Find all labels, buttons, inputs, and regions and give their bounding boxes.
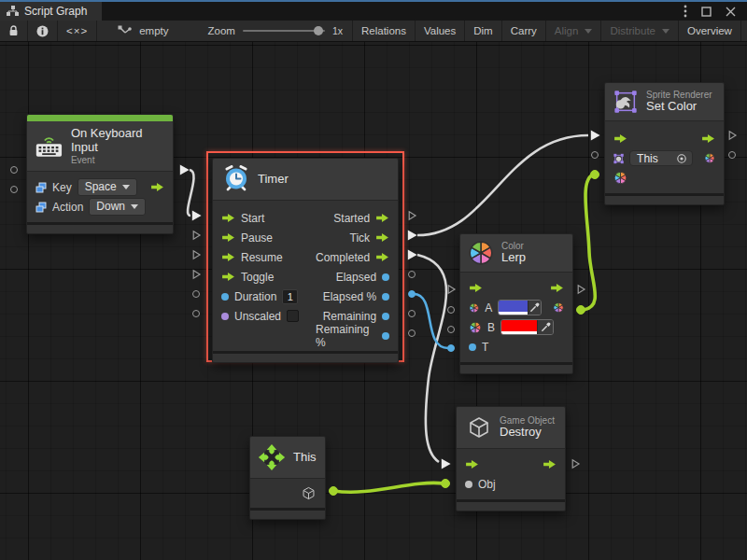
timer-output-elapsed-pct[interactable]: Elapsed %: [307, 287, 398, 306]
target-object-field[interactable]: This: [629, 150, 693, 166]
setcolor-exec-out-port[interactable]: [726, 129, 739, 142]
exec-output-port-icon[interactable]: [375, 232, 389, 243]
unscaled-checkbox[interactable]: [287, 310, 299, 322]
timer-remaining-pct-port[interactable]: [405, 327, 418, 340]
node-timer[interactable]: Timer Start Pause: [212, 158, 399, 363]
close-icon[interactable]: [726, 7, 736, 17]
node-this[interactable]: This: [249, 436, 326, 520]
exec-input-port-icon[interactable]: [221, 272, 235, 282]
exec-output-port-icon[interactable]: [701, 133, 715, 144]
lerp-result-port[interactable]: [574, 303, 587, 316]
destroy-exec-out-port[interactable]: [569, 457, 582, 470]
exec-output-port-icon[interactable]: [543, 459, 557, 469]
zoom-slider[interactable]: [243, 24, 325, 37]
distribute-button[interactable]: Distribute: [601, 21, 679, 41]
lock-button[interactable]: [0, 21, 28, 41]
color-port-icon[interactable]: [469, 321, 482, 334]
lerp-exec-row[interactable]: [460, 278, 572, 298]
target-picker-icon[interactable]: [676, 153, 687, 164]
color-a-swatch[interactable]: [499, 301, 528, 315]
wire-timer-elapsedpct-to-lerp-t[interactable]: [414, 294, 448, 348]
wire-timer-completed-to-destroy[interactable]: [417, 255, 446, 462]
node-destroy[interactable]: Game Object Destroy Obj: [456, 406, 566, 511]
color-output-port-icon[interactable]: [704, 151, 715, 165]
timer-output-remaining-pct[interactable]: Remaining %: [307, 326, 398, 345]
setcolor-exec-in-port[interactable]: [588, 129, 601, 142]
dim-button[interactable]: Dim: [465, 21, 501, 41]
exec-input-port-icon[interactable]: [465, 459, 479, 469]
exec-output-port-icon[interactable]: [550, 283, 564, 293]
node-color-lerp[interactable]: Color Lerp A: [459, 233, 573, 374]
color-port-icon[interactable]: [469, 301, 479, 315]
exec-input-port-icon[interactable]: [469, 283, 483, 293]
timer-input-pause[interactable]: Pause: [213, 228, 307, 247]
node-header[interactable]: On Keyboard Input Event: [27, 121, 173, 172]
overview-button[interactable]: Overview: [679, 21, 741, 41]
node-header[interactable]: This: [250, 437, 325, 479]
timer-start-port[interactable]: [190, 209, 203, 222]
float-port-icon[interactable]: [382, 293, 389, 301]
exec-output-port-icon[interactable]: [150, 182, 164, 192]
timer-pause-port[interactable]: [190, 229, 203, 242]
wire-timer-tick-to-setcolor[interactable]: [417, 135, 588, 235]
color-output-port-icon[interactable]: [553, 301, 564, 315]
color-b-swatch[interactable]: [501, 320, 537, 334]
destroy-exec-in-port[interactable]: [439, 457, 452, 470]
color-port-icon[interactable]: [613, 171, 627, 185]
keyboard-action-port[interactable]: [7, 183, 21, 196]
inspect-button[interactable]: [28, 21, 58, 41]
this-output-row[interactable]: [250, 483, 325, 503]
float-port-icon[interactable]: [382, 332, 389, 340]
timer-input-duration[interactable]: Duration 1: [213, 287, 307, 306]
timer-tick-port[interactable]: [405, 229, 418, 242]
timer-duration-port[interactable]: [190, 287, 203, 301]
destroy-exec-row[interactable]: [457, 455, 565, 474]
timer-input-resume[interactable]: Resume: [213, 247, 307, 267]
lerp-a-port[interactable]: [444, 303, 458, 316]
graph-canvas[interactable]: On Keyboard Input Event Key Space Action: [0, 42, 747, 560]
timer-output-started[interactable]: Started: [307, 208, 398, 228]
node-on-keyboard-input[interactable]: On Keyboard Input Event Key Space Action: [26, 114, 174, 234]
lerp-input-b[interactable]: B: [460, 317, 572, 337]
zoom-slider-track[interactable]: [243, 30, 325, 32]
timer-started-port[interactable]: [405, 209, 418, 222]
node-set-color[interactable]: Sprite Renderer Set Color: [604, 82, 725, 205]
bool-port-icon[interactable]: [221, 313, 229, 320]
eyedropper-button[interactable]: [537, 320, 553, 334]
setcolor-target-row[interactable]: This: [605, 148, 724, 168]
node-header[interactable]: Game Object Destroy: [457, 407, 565, 449]
destroy-obj-port[interactable]: [439, 477, 452, 490]
zoom-slider-handle[interactable]: [314, 26, 323, 35]
float-port-icon[interactable]: [382, 273, 389, 281]
timer-toggle-port[interactable]: [190, 268, 203, 281]
setcolor-exec-row[interactable]: [605, 129, 724, 148]
node-header[interactable]: Timer: [213, 159, 398, 201]
lerp-input-a[interactable]: A: [460, 298, 572, 317]
timer-unscaled-port[interactable]: [190, 307, 203, 320]
exec-output-port-icon[interactable]: [375, 213, 389, 223]
setcolor-color-row[interactable]: [605, 168, 724, 188]
eyedropper-button[interactable]: [528, 301, 541, 315]
exec-input-port-icon[interactable]: [221, 252, 235, 262]
keyboard-key-port[interactable]: [7, 163, 21, 176]
exec-output-port-icon[interactable]: [375, 252, 389, 262]
lerp-exec-out-port[interactable]: [574, 283, 587, 296]
setcolor-target-port[interactable]: [588, 148, 601, 161]
duration-input[interactable]: 1: [282, 289, 298, 304]
gameobject-port-icon[interactable]: [465, 481, 472, 488]
sprite-renderer-port-icon[interactable]: [613, 152, 624, 165]
exec-input-port-icon[interactable]: [221, 213, 235, 223]
lerp-exec-in-port[interactable]: [444, 283, 458, 296]
maximize-icon[interactable]: [701, 7, 712, 17]
wire-this-to-destroy-obj[interactable]: [333, 483, 444, 492]
action-dropdown[interactable]: Down: [89, 198, 146, 216]
timer-input-start[interactable]: Start: [213, 208, 307, 228]
setcolor-color-port[interactable]: [588, 168, 601, 181]
node-header[interactable]: Color Lerp: [460, 234, 572, 273]
exec-input-port-icon[interactable]: [613, 133, 627, 144]
lerp-t-port[interactable]: [444, 342, 458, 355]
timer-output-completed[interactable]: Completed: [307, 247, 398, 267]
gameobject-output-port-icon[interactable]: [301, 485, 317, 501]
timer-input-unscaled[interactable]: Unscaled: [213, 306, 307, 326]
window-menu-icon[interactable]: [684, 5, 687, 18]
